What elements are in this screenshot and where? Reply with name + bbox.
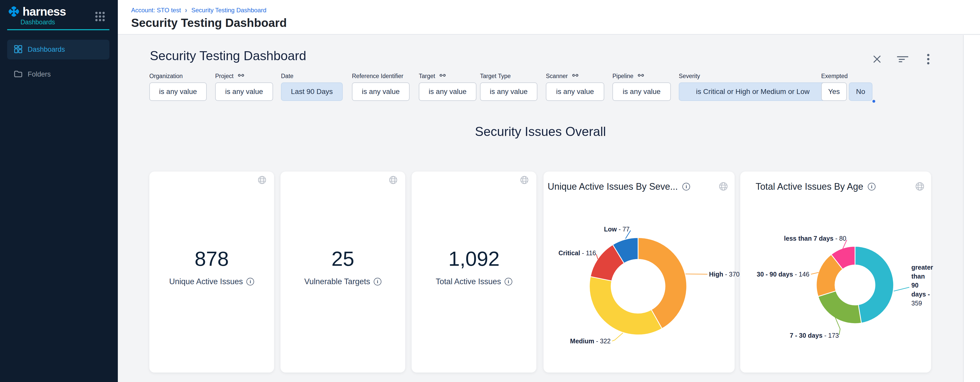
filter-organization: Organization is any value	[150, 72, 207, 101]
metric-value: 878	[150, 247, 274, 271]
globe-icon[interactable]	[258, 176, 266, 185]
sidebar-item-folders[interactable]: Folders	[7, 65, 109, 84]
product-name: Dashboards	[21, 18, 55, 26]
info-icon[interactable]: i	[504, 278, 512, 285]
filter-severity: Severity is Critical or High or Medium o…	[679, 72, 827, 101]
filter-label: Organization	[150, 72, 207, 80]
slice-label-High: High - 370	[709, 271, 740, 278]
sidebar-item-label: Folders	[28, 70, 51, 78]
chart-card-issues-by-severity[interactable]: Unique Active Issues By Seve... i High -…	[544, 171, 735, 372]
filter-target-type: Target Type is any value	[480, 72, 538, 101]
filter-value-chip[interactable]: is any value	[215, 82, 273, 101]
filter-value-chip[interactable]: Last 90 Days	[281, 82, 343, 101]
metric-label: Unique Active Issuesi	[150, 277, 274, 286]
sidebar-divider	[7, 29, 109, 30]
slice-label-30---90-days: 30 - 90 days - 146	[757, 271, 810, 278]
filter-label: Target	[419, 72, 476, 80]
chevron-right-icon: ›	[185, 6, 187, 14]
slice-label-greater-than-90-days: greaterthan90days -359	[912, 263, 933, 308]
filter-project: Project is any value	[215, 72, 273, 101]
scrollbar-track[interactable]	[963, 35, 980, 382]
link-icon	[571, 71, 579, 81]
filter-scanner: Scanner is any value	[546, 72, 604, 101]
filter-value-chip[interactable]: is any value	[480, 82, 538, 101]
cursor-dot	[872, 100, 875, 103]
label-connector	[596, 254, 598, 259]
filter-reference-identifier: Reference Identifier is any value	[352, 72, 410, 101]
dashboard-content: Security Testing Dashboard Organization …	[118, 35, 980, 382]
globe-icon[interactable]	[389, 176, 398, 185]
filter-label: Reference Identifier	[352, 72, 410, 80]
dashboards-icon	[14, 45, 22, 54]
metric-label: Total Active Issuesi	[412, 277, 536, 286]
slice-label-Medium: Medium - 322	[570, 338, 611, 345]
link-icon	[637, 71, 645, 81]
metric-value: 25	[280, 247, 405, 271]
exempted-no-button[interactable]: No	[849, 82, 872, 101]
breadcrumb-page-link[interactable]: Security Testing Dashboard	[191, 7, 266, 14]
filter-label: Scanner	[546, 72, 604, 80]
link-icon	[237, 71, 245, 81]
sidebar: harness Dashboards Dashboards Folders	[0, 0, 118, 382]
slice-label-less-than-7-days: less than 7 days - 80	[784, 235, 846, 242]
info-icon[interactable]: i	[374, 278, 382, 285]
metric-card-total-active-issues[interactable]: 1,092 Total Active Issuesi	[412, 171, 536, 372]
label-connector	[894, 287, 909, 291]
filter-exempted: Exempted Yes No	[821, 72, 872, 101]
filter-value-chip[interactable]: is any value	[150, 82, 207, 101]
filter-date: Date Last 90 Days	[281, 72, 343, 101]
metric-card-vulnerable-targets[interactable]: 25 Vulnerable Targetsi	[280, 171, 405, 372]
dashboard-title: Security Testing Dashboard	[150, 48, 306, 63]
filter-value-chip[interactable]: is any value	[352, 82, 410, 101]
filter-value-chip[interactable]: is any value	[612, 82, 671, 101]
filter-label: Project	[215, 72, 273, 80]
metric-label: Vulnerable Targetsi	[280, 277, 405, 286]
breadcrumb: Account: STO test › Security Testing Das…	[131, 6, 266, 14]
slice-label-7---30-days: 7 - 30 days - 173	[790, 332, 839, 339]
folder-icon	[14, 70, 22, 79]
filter-label: Exempted	[821, 72, 872, 80]
filter-label: Severity	[679, 72, 827, 80]
filter-pipeline: Pipeline is any value	[612, 72, 671, 101]
filter-value-chip[interactable]: is any value	[419, 82, 476, 101]
label-connector	[612, 333, 623, 341]
brand-name: harness	[22, 5, 66, 18]
close-icon[interactable]	[872, 54, 883, 65]
dashboard-toolbar	[872, 54, 934, 65]
donut-slice-7---30-days[interactable]	[818, 291, 861, 323]
page-title: Security Testing Dashboard	[131, 16, 287, 30]
globe-icon[interactable]	[520, 176, 529, 185]
filter-label: Target Type	[480, 72, 538, 80]
kebab-menu-icon[interactable]	[923, 54, 934, 65]
info-icon[interactable]: i	[247, 278, 254, 285]
breadcrumb-account-link[interactable]: Account: STO test	[131, 7, 181, 14]
link-icon	[439, 71, 447, 81]
filter-value-chip[interactable]: is any value	[546, 82, 604, 101]
filter-label: Date	[281, 72, 343, 80]
slice-label-Critical: Critical - 116	[558, 249, 596, 257]
donut-slice-greater-than-90-days[interactable]	[855, 246, 894, 323]
chart-card-issues-by-age[interactable]: Total Active Issues By Age i greaterthan…	[740, 171, 931, 372]
app-switcher-icon[interactable]	[95, 12, 105, 21]
filter-value-chip[interactable]: is Critical or High or Medium or Low	[679, 82, 827, 101]
section-title: Security Issues Overall	[150, 124, 931, 139]
label-connector	[811, 273, 819, 274]
filter-label: Pipeline	[612, 72, 671, 80]
filter-icon[interactable]	[897, 54, 908, 65]
filter-target: Target is any value	[419, 72, 476, 101]
sidebar-item-label: Dashboards	[28, 46, 65, 54]
slice-label-Low: Low - 77	[604, 225, 630, 233]
sidebar-item-dashboards[interactable]: Dashboards	[7, 40, 109, 59]
page-header: Account: STO test › Security Testing Das…	[118, 0, 980, 35]
exempted-yes-button[interactable]: Yes	[821, 82, 847, 101]
metric-card-unique-active-issues[interactable]: 878 Unique Active Issuesi	[150, 171, 274, 372]
metric-value: 1,092	[412, 247, 536, 271]
harness-logo-icon[interactable]	[7, 5, 21, 18]
donut-slice-Medium[interactable]	[589, 276, 662, 335]
